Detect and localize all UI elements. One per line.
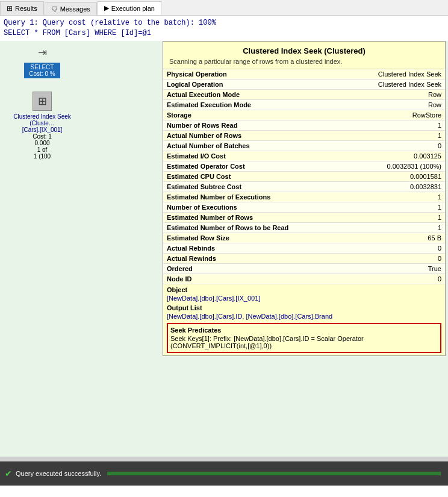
value-cell: 0.0001581 [318, 171, 445, 181]
table-row: StorageRowStore [163, 110, 445, 120]
node-cost4: 1 (100 [2, 153, 82, 160]
execution-plan-area: ⇥ SELECT Cost: 0 % ⊞ Clustered Index See… [0, 41, 448, 457]
output-label: Output List [163, 302, 445, 312]
table-row: Estimated Number of Executions1 [163, 192, 445, 202]
table-row: Estimated Execution ModeRow [163, 99, 445, 110]
value-cell: 65 B [318, 233, 445, 243]
table-row: Actual Number of Rows1 [163, 130, 445, 140]
property-cell: Logical Operation [163, 79, 318, 89]
node-label: Clustered Index Seek (Cluste… [2, 113, 82, 127]
table-row: Estimated Row Size65 B [163, 233, 445, 243]
property-cell: Node ID [163, 274, 318, 284]
table-row: Estimated Number of Rows1 [163, 212, 445, 222]
value-cell: 0.0032831 (100%) [318, 161, 445, 171]
tab-messages[interactable]: 🗨 Messages [45, 2, 97, 15]
table-row: Number of Rows Read1 [163, 120, 445, 130]
table-row: Physical OperationClustered Index Seek [163, 69, 445, 80]
property-cell: Actual Rewinds [163, 253, 318, 263]
tab-messages-label: Messages [60, 5, 90, 13]
results-icon: ⊞ [7, 4, 13, 13]
value-cell: Row [318, 99, 445, 110]
value-cell: Clustered Index Seek [318, 79, 445, 89]
value-cell: 1 [318, 202, 445, 212]
value-cell: 1 [318, 120, 445, 130]
object-label: Object [163, 284, 445, 294]
table-row: Estimated Number of Rows to be Read1 [163, 222, 445, 233]
property-cell: Estimated Execution Mode [163, 99, 318, 110]
left-panel: ⇥ SELECT Cost: 0 % ⊞ Clustered Index See… [0, 41, 84, 457]
property-cell: Estimated Number of Rows to be Read [163, 222, 318, 233]
property-cell: Actual Rebinds [163, 243, 318, 253]
scrollbar[interactable] [0, 457, 448, 461]
table-row: Estimated Subtree Cost0.0032831 [163, 181, 445, 192]
table-row: Actual Execution ModeRow [163, 89, 445, 99]
tooltip-header: Clustered Index Seek (Clustered) Scannin… [163, 42, 445, 69]
status-progress-bar [107, 472, 441, 475]
property-cell: Actual Number of Batches [163, 140, 318, 151]
property-cell: Estimated Number of Rows [163, 212, 318, 222]
messages-icon: 🗨 [51, 5, 58, 13]
seek-predicates-box: Seek Predicates Seek Keys[1]: Prefix: [N… [167, 323, 441, 353]
select-label: SELECT [26, 64, 58, 70]
table-row: Actual Rebinds0 [163, 243, 445, 253]
property-cell: Ordered [163, 263, 318, 274]
property-cell: Number of Executions [163, 202, 318, 212]
value-cell: 0.003125 [318, 151, 445, 161]
table-icon: ⊞ [38, 95, 47, 108]
seek-predicates-value: Seek Keys[1]: Prefix: [NewData].[dbo].[C… [170, 335, 438, 349]
arrow-indicator: ⇥ [2, 46, 82, 59]
table-row: Number of Executions1 [163, 202, 445, 212]
value-cell: 0 [318, 274, 445, 284]
property-cell: Estimated Operator Cost [163, 161, 318, 171]
status-bar: ✔ Query executed successfully. [0, 461, 448, 486]
tabs-bar: ⊞ Results 🗨 Messages ▶ Execution plan [0, 0, 448, 16]
object-value: [NewData].[dbo].[Cars].[IX_001] [163, 294, 445, 302]
tab-results[interactable]: ⊞ Results [0, 1, 44, 15]
node-cost3: 1 of [2, 146, 82, 153]
property-cell: Actual Execution Mode [163, 89, 318, 99]
table-row: Estimated Operator Cost0.0032831 (100%) [163, 161, 445, 171]
tab-execution-plan[interactable]: ▶ Execution plan [98, 1, 161, 15]
property-cell: Estimated Subtree Cost [163, 181, 318, 192]
seek-predicates-label: Seek Predicates [170, 327, 438, 334]
property-cell: Estimated CPU Cost [163, 171, 318, 181]
table-row: Node ID0 [163, 274, 445, 284]
node-cost2: 0.000 [2, 140, 82, 146]
table-row: OrderedTrue [163, 263, 445, 274]
select-cost: Cost: 0 % [26, 70, 58, 77]
value-cell: True [318, 263, 445, 274]
value-cell: 1 [318, 192, 445, 202]
node-icon: ⊞ [33, 92, 52, 111]
select-cost-box: SELECT Cost: 0 % [24, 63, 60, 78]
value-cell: 1 [318, 222, 445, 233]
tab-execplan-label: Execution plan [111, 5, 155, 12]
tooltip-table: Physical OperationClustered Index SeekLo… [163, 69, 445, 284]
tooltip-desc: Scanning a particular range of rows from… [169, 58, 439, 65]
value-cell: 0 [318, 243, 445, 253]
value-cell: 0 [318, 140, 445, 151]
tab-results-label: Results [15, 5, 37, 12]
value-cell: 1 [318, 212, 445, 222]
property-cell: Storage [163, 110, 318, 120]
table-row: Actual Rewinds0 [163, 253, 445, 263]
table-row: Estimated CPU Cost0.0001581 [163, 171, 445, 181]
value-cell: Clustered Index Seek [318, 69, 445, 80]
query-line1: Query 1: Query cost (relative to the bat… [4, 18, 444, 28]
value-cell: 0 [318, 253, 445, 263]
execplan-icon: ▶ [104, 4, 109, 12]
query-line2: SELECT * FROM [Cars] WHERE [Id]=@1 [4, 28, 444, 39]
tooltip-title: Clustered Index Seek (Clustered) [169, 46, 439, 55]
value-cell: Row [318, 89, 445, 99]
output-value: [NewData].[dbo].[Cars].ID, [NewData].[db… [163, 312, 445, 320]
table-row: Logical OperationClustered Index Seek [163, 79, 445, 89]
node-sublabel: [Cars].[IX_001] [2, 127, 82, 133]
query-info: Query 1: Query cost (relative to the bat… [0, 16, 448, 41]
property-cell: Physical Operation [163, 69, 318, 80]
tooltip-panel: Clustered Index Seek (Clustered) Scannin… [163, 41, 446, 356]
value-cell: 1 [318, 130, 445, 140]
property-cell: Actual Number of Rows [163, 130, 318, 140]
value-cell: RowStore [318, 110, 445, 120]
node-cost1: Cost: 1 [2, 133, 82, 140]
success-icon: ✔ [5, 469, 12, 478]
property-cell: Estimated Number of Executions [163, 192, 318, 202]
